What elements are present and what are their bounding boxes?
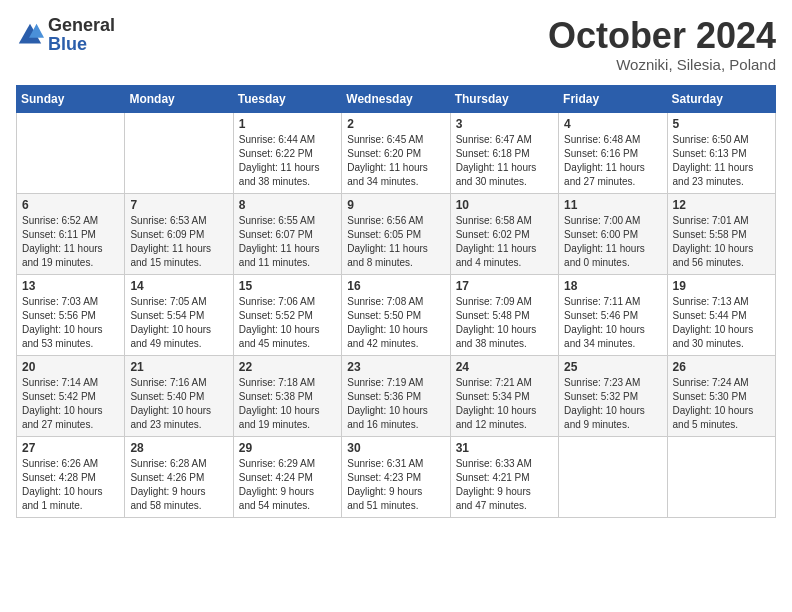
weekday-header-tuesday: Tuesday: [233, 85, 341, 112]
calendar-table: SundayMondayTuesdayWednesdayThursdayFrid…: [16, 85, 776, 518]
day-number: 18: [564, 279, 661, 293]
week-row-2: 6Sunrise: 6:52 AM Sunset: 6:11 PM Daylig…: [17, 193, 776, 274]
weekday-header-friday: Friday: [559, 85, 667, 112]
day-info: Sunrise: 6:44 AM Sunset: 6:22 PM Dayligh…: [239, 133, 336, 189]
calendar-cell-w5-d3: 29Sunrise: 6:29 AM Sunset: 4:24 PM Dayli…: [233, 436, 341, 517]
day-number: 8: [239, 198, 336, 212]
day-number: 28: [130, 441, 227, 455]
week-row-3: 13Sunrise: 7:03 AM Sunset: 5:56 PM Dayli…: [17, 274, 776, 355]
day-info: Sunrise: 7:14 AM Sunset: 5:42 PM Dayligh…: [22, 376, 119, 432]
calendar-cell-w5-d1: 27Sunrise: 6:26 AM Sunset: 4:28 PM Dayli…: [17, 436, 125, 517]
week-row-4: 20Sunrise: 7:14 AM Sunset: 5:42 PM Dayli…: [17, 355, 776, 436]
day-number: 6: [22, 198, 119, 212]
week-row-1: 1Sunrise: 6:44 AM Sunset: 6:22 PM Daylig…: [17, 112, 776, 193]
day-number: 7: [130, 198, 227, 212]
day-number: 3: [456, 117, 553, 131]
day-info: Sunrise: 6:48 AM Sunset: 6:16 PM Dayligh…: [564, 133, 661, 189]
day-info: Sunrise: 7:03 AM Sunset: 5:56 PM Dayligh…: [22, 295, 119, 351]
day-number: 21: [130, 360, 227, 374]
day-number: 5: [673, 117, 770, 131]
calendar-cell-w1-d5: 3Sunrise: 6:47 AM Sunset: 6:18 PM Daylig…: [450, 112, 558, 193]
day-info: Sunrise: 6:47 AM Sunset: 6:18 PM Dayligh…: [456, 133, 553, 189]
day-number: 9: [347, 198, 444, 212]
calendar-cell-w4-d2: 21Sunrise: 7:16 AM Sunset: 5:40 PM Dayli…: [125, 355, 233, 436]
day-number: 30: [347, 441, 444, 455]
day-number: 11: [564, 198, 661, 212]
calendar-cell-w2-d2: 7Sunrise: 6:53 AM Sunset: 6:09 PM Daylig…: [125, 193, 233, 274]
weekday-header-monday: Monday: [125, 85, 233, 112]
day-number: 29: [239, 441, 336, 455]
calendar-cell-w4-d5: 24Sunrise: 7:21 AM Sunset: 5:34 PM Dayli…: [450, 355, 558, 436]
day-info: Sunrise: 6:45 AM Sunset: 6:20 PM Dayligh…: [347, 133, 444, 189]
calendar-cell-w4-d3: 22Sunrise: 7:18 AM Sunset: 5:38 PM Dayli…: [233, 355, 341, 436]
day-number: 31: [456, 441, 553, 455]
calendar-cell-w2-d4: 9Sunrise: 6:56 AM Sunset: 6:05 PM Daylig…: [342, 193, 450, 274]
day-number: 17: [456, 279, 553, 293]
day-number: 1: [239, 117, 336, 131]
page-header: General Blue October 2024 Wozniki, Siles…: [16, 16, 776, 73]
day-info: Sunrise: 6:31 AM Sunset: 4:23 PM Dayligh…: [347, 457, 444, 513]
day-info: Sunrise: 7:13 AM Sunset: 5:44 PM Dayligh…: [673, 295, 770, 351]
calendar-cell-w3-d4: 16Sunrise: 7:08 AM Sunset: 5:50 PM Dayli…: [342, 274, 450, 355]
calendar-cell-w1-d3: 1Sunrise: 6:44 AM Sunset: 6:22 PM Daylig…: [233, 112, 341, 193]
calendar-title: October 2024: [548, 16, 776, 56]
day-info: Sunrise: 6:56 AM Sunset: 6:05 PM Dayligh…: [347, 214, 444, 270]
day-number: 10: [456, 198, 553, 212]
day-number: 19: [673, 279, 770, 293]
day-info: Sunrise: 6:53 AM Sunset: 6:09 PM Dayligh…: [130, 214, 227, 270]
day-number: 25: [564, 360, 661, 374]
calendar-cell-w2-d1: 6Sunrise: 6:52 AM Sunset: 6:11 PM Daylig…: [17, 193, 125, 274]
day-number: 2: [347, 117, 444, 131]
calendar-cell-w1-d7: 5Sunrise: 6:50 AM Sunset: 6:13 PM Daylig…: [667, 112, 775, 193]
calendar-cell-w4-d4: 23Sunrise: 7:19 AM Sunset: 5:36 PM Dayli…: [342, 355, 450, 436]
weekday-header-thursday: Thursday: [450, 85, 558, 112]
day-info: Sunrise: 7:00 AM Sunset: 6:00 PM Dayligh…: [564, 214, 661, 270]
title-block: October 2024 Wozniki, Silesia, Poland: [548, 16, 776, 73]
day-number: 13: [22, 279, 119, 293]
day-number: 15: [239, 279, 336, 293]
day-info: Sunrise: 7:23 AM Sunset: 5:32 PM Dayligh…: [564, 376, 661, 432]
day-number: 20: [22, 360, 119, 374]
day-info: Sunrise: 6:26 AM Sunset: 4:28 PM Dayligh…: [22, 457, 119, 513]
day-info: Sunrise: 7:09 AM Sunset: 5:48 PM Dayligh…: [456, 295, 553, 351]
weekday-header-saturday: Saturday: [667, 85, 775, 112]
calendar-cell-w5-d7: [667, 436, 775, 517]
calendar-cell-w5-d6: [559, 436, 667, 517]
logo: General Blue: [16, 16, 115, 54]
day-info: Sunrise: 6:58 AM Sunset: 6:02 PM Dayligh…: [456, 214, 553, 270]
calendar-cell-w2-d6: 11Sunrise: 7:00 AM Sunset: 6:00 PM Dayli…: [559, 193, 667, 274]
calendar-location: Wozniki, Silesia, Poland: [548, 56, 776, 73]
calendar-cell-w3-d3: 15Sunrise: 7:06 AM Sunset: 5:52 PM Dayli…: [233, 274, 341, 355]
day-number: 23: [347, 360, 444, 374]
calendar-cell-w1-d6: 4Sunrise: 6:48 AM Sunset: 6:16 PM Daylig…: [559, 112, 667, 193]
day-number: 27: [22, 441, 119, 455]
weekday-header-sunday: Sunday: [17, 85, 125, 112]
day-info: Sunrise: 7:18 AM Sunset: 5:38 PM Dayligh…: [239, 376, 336, 432]
calendar-cell-w1-d2: [125, 112, 233, 193]
calendar-cell-w5-d5: 31Sunrise: 6:33 AM Sunset: 4:21 PM Dayli…: [450, 436, 558, 517]
day-info: Sunrise: 6:55 AM Sunset: 6:07 PM Dayligh…: [239, 214, 336, 270]
day-info: Sunrise: 7:05 AM Sunset: 5:54 PM Dayligh…: [130, 295, 227, 351]
day-info: Sunrise: 7:19 AM Sunset: 5:36 PM Dayligh…: [347, 376, 444, 432]
day-info: Sunrise: 6:52 AM Sunset: 6:11 PM Dayligh…: [22, 214, 119, 270]
day-info: Sunrise: 7:06 AM Sunset: 5:52 PM Dayligh…: [239, 295, 336, 351]
day-number: 4: [564, 117, 661, 131]
day-info: Sunrise: 7:01 AM Sunset: 5:58 PM Dayligh…: [673, 214, 770, 270]
day-info: Sunrise: 6:50 AM Sunset: 6:13 PM Dayligh…: [673, 133, 770, 189]
day-info: Sunrise: 7:21 AM Sunset: 5:34 PM Dayligh…: [456, 376, 553, 432]
day-info: Sunrise: 6:28 AM Sunset: 4:26 PM Dayligh…: [130, 457, 227, 513]
logo-text: General Blue: [48, 16, 115, 54]
logo-icon: [16, 21, 44, 49]
calendar-cell-w3-d1: 13Sunrise: 7:03 AM Sunset: 5:56 PM Dayli…: [17, 274, 125, 355]
day-number: 12: [673, 198, 770, 212]
day-info: Sunrise: 6:33 AM Sunset: 4:21 PM Dayligh…: [456, 457, 553, 513]
calendar-cell-w3-d5: 17Sunrise: 7:09 AM Sunset: 5:48 PM Dayli…: [450, 274, 558, 355]
calendar-cell-w4-d6: 25Sunrise: 7:23 AM Sunset: 5:32 PM Dayli…: [559, 355, 667, 436]
day-number: 24: [456, 360, 553, 374]
day-number: 26: [673, 360, 770, 374]
calendar-cell-w3-d7: 19Sunrise: 7:13 AM Sunset: 5:44 PM Dayli…: [667, 274, 775, 355]
calendar-cell-w4-d1: 20Sunrise: 7:14 AM Sunset: 5:42 PM Dayli…: [17, 355, 125, 436]
weekday-header-row: SundayMondayTuesdayWednesdayThursdayFrid…: [17, 85, 776, 112]
calendar-cell-w3-d2: 14Sunrise: 7:05 AM Sunset: 5:54 PM Dayli…: [125, 274, 233, 355]
calendar-cell-w4-d7: 26Sunrise: 7:24 AM Sunset: 5:30 PM Dayli…: [667, 355, 775, 436]
